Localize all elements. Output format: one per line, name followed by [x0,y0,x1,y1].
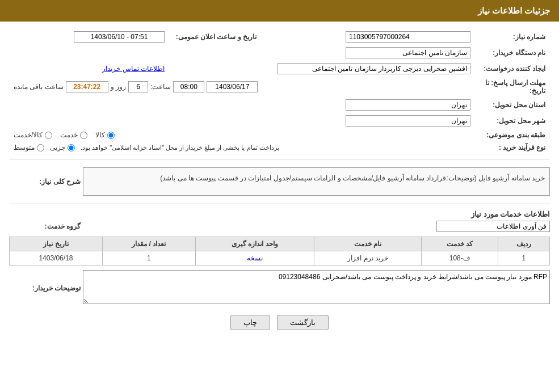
province-input[interactable] [346,99,470,111]
time-label: ساعت: [150,83,171,91]
org-name-label: نام دستگاه خریدار: [475,45,549,60]
radio-kala-khedmat[interactable] [45,132,52,139]
radio-motawaset[interactable] [37,144,44,151]
description-box: خرید سامانه آرشیو فایل (توضیحات:قرارداد … [83,167,550,196]
deadline-info: ساعت باقی مانده روز و ساعت: [14,81,470,92]
row-need-number: شماره نیاز: تاریخ و ساعت اعلان عمومی: [10,29,549,44]
radio-kala[interactable] [107,132,115,139]
col-row-num: ردیف [498,237,549,251]
buyer-description-label: توضیحات خریدار: [9,284,83,292]
col-quantity: تعداد / مقدار [102,237,195,251]
cell-service-code: ف-108 [421,251,498,265]
divider-2 [9,204,550,204]
time-input[interactable] [173,81,204,92]
page-header: جزئیات اطلاعات نیاز [0,0,559,22]
row-deadline: مهلت ارسال پاسخ: تا تاریخ: ساعت باقی مان… [10,77,549,96]
col-service-name: نام خدمت [314,237,422,251]
city-label: شهر محل تحویل: [475,113,549,128]
table-row: 1 ف-108 خرید نرم افزار نسخه 1 1403/06/18 [10,251,550,265]
description-text: خرید سامانه آرشیو فایل (توضیحات:قرارداد … [160,174,545,182]
day-label: روز و [111,83,126,91]
category-option-kala-khedmat[interactable]: کالا/خدمت [14,131,52,139]
buyer-description-section: توضیحات خریدار: RFP مورد نیاز پیوست می ب… [9,270,550,306]
buyer-description-textarea[interactable]: RFP مورد نیاز پیوست می باشد/شرایط خرید و… [83,270,550,304]
remaining-label: ساعت باقی مانده [14,83,64,91]
footer-buttons: بازگشت چاپ [9,315,550,330]
row-province: استان محل تحویل: [10,98,549,112]
need-number-input[interactable] [346,31,470,43]
services-section-title: اطلاعات خدمات مورد نیاز [9,210,550,218]
service-group-row: گروه خدمت: [9,221,550,232]
category-label: طبقه بندی موضوعی: [475,129,549,141]
purchase-type-radio-group: متوسط جزیی [14,144,75,151]
row-purchase-type: نوع فرآیند خرید : متوسط جزیی [10,142,549,153]
col-service-code: کد خدمت [421,237,498,251]
description-label: شرح کلی نیاز: [9,178,83,186]
cell-unit: نسخه [195,251,314,265]
remaining-time-input[interactable] [66,81,108,92]
service-group-label: گروه خدمت: [9,222,83,230]
deadline-label: مهلت ارسال پاسخ: تا تاریخ: [475,77,549,96]
row-category: طبقه بندی موضوعی: کالا/خدمت خدمت کالا [10,129,549,141]
col-unit: واحد اندازه گیری [195,237,314,251]
services-table-header: ردیف کد خدمت نام خدمت واحد اندازه گیری ت… [10,237,550,251]
category-option-kala[interactable]: کالا [95,131,115,139]
divider-1 [9,159,550,159]
cell-row-num: 1 [498,251,549,265]
cell-need-date: 1403/06/18 [10,251,103,265]
services-table-body: 1 ف-108 خرید نرم افزار نسخه 1 1403/06/18 [10,251,550,265]
days-input[interactable] [128,81,148,92]
services-table: ردیف کد خدمت نام خدمت واحد اندازه گیری ت… [9,237,550,265]
row-creator: ایجاد کننده درخواست: اطلاعات تماس خریدار [10,61,549,76]
col-need-date: تاریخ نیاز [10,237,103,251]
purchase-type-area: متوسط جزیی پرداخت تمام یا بخشی از مبلغ خ… [14,144,470,151]
cell-quantity: 1 [102,251,195,265]
contact-link[interactable]: اطلاعات تماس خریدار [102,65,165,73]
category-option-khedmat[interactable]: خدمت [60,131,87,139]
services-header-row: ردیف کد خدمت نام خدمت واحد اندازه گیری ت… [10,237,550,251]
description-section: شرح کلی نیاز: خرید سامانه آرشیو فایل (تو… [9,164,550,199]
announce-date-input[interactable] [74,31,165,43]
creator-label: ایجاد کننده درخواست: [475,61,549,76]
announce-date-label: تاریخ و ساعت اعلان عمومی: [169,29,260,44]
service-group-input[interactable] [436,221,550,232]
purchase-type-jozi[interactable]: جزیی [50,144,75,151]
row-org-name: نام دستگاه خریدار: [10,45,549,60]
deadline-date-input[interactable] [207,81,258,92]
need-number-label: شماره نیاز: [475,29,549,44]
purchase-type-note: پرداخت تمام یا بخشی از مبلغ خریدار از مح… [81,144,279,151]
creator-input[interactable] [278,63,470,74]
province-label: استان محل تحویل: [475,98,549,112]
purchase-type-motawaset[interactable]: متوسط [14,144,44,151]
purchase-type-label: نوع فرآیند خرید : [475,142,549,153]
cell-service-name: خرید نرم افزار [314,251,422,265]
row-city: شهر محل تحویل: [10,113,549,128]
city-input[interactable] [346,115,470,127]
page-wrapper: جزئیات اطلاعات نیاز شماره نیاز: تاریخ و … [0,0,559,392]
top-info-table: شماره نیاز: تاریخ و ساعت اعلان عمومی: نا… [9,28,550,154]
page-title: جزئیات اطلاعات نیاز [478,6,550,15]
radio-khedmat[interactable] [80,132,87,139]
print-button[interactable]: چاپ [230,315,270,330]
radio-jozi[interactable] [68,144,75,151]
back-button[interactable]: بازگشت [277,315,329,330]
category-radio-group: کالا/خدمت خدمت کالا [14,131,470,139]
content-area: شماره نیاز: تاریخ و ساعت اعلان عمومی: نا… [0,22,559,346]
org-name-input[interactable] [346,47,470,58]
